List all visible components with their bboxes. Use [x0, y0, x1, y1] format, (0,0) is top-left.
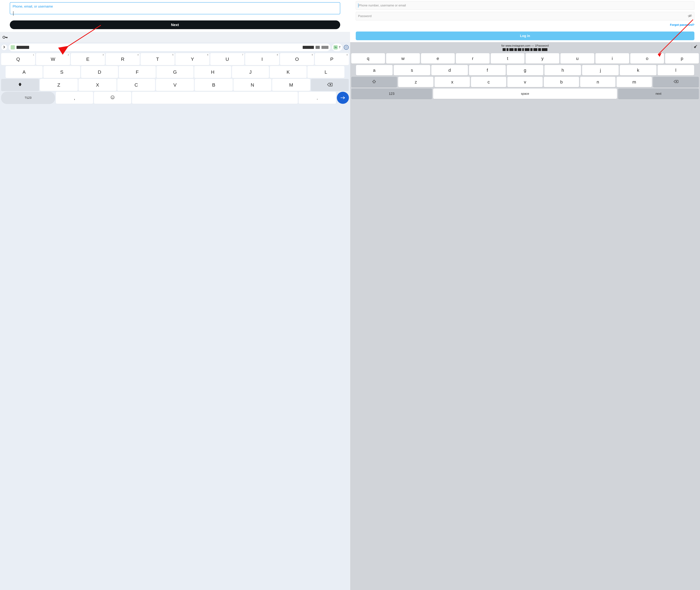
key-r[interactable]: R4	[106, 53, 140, 65]
key-k[interactable]: K	[270, 66, 307, 78]
key-z[interactable]: Z	[40, 79, 78, 91]
key-m[interactable]: M	[272, 79, 310, 91]
enter-key[interactable]	[337, 92, 349, 104]
backspace-icon	[674, 80, 678, 84]
identifier-input[interactable]: Phone, email, or username	[10, 2, 340, 14]
key-m[interactable]: m	[616, 77, 652, 87]
key-a[interactable]: a	[356, 65, 392, 75]
key-u[interactable]: U7	[210, 53, 244, 65]
shift-icon	[18, 82, 22, 88]
key-h[interactable]: H	[194, 66, 231, 78]
key-superscript: 7	[242, 54, 243, 56]
next-key[interactable]: next	[618, 89, 699, 99]
period-key[interactable]: .	[299, 92, 336, 104]
shift-key[interactable]	[351, 77, 397, 87]
autofill-suggestion-bar[interactable]: for www.instagram.com — 1Password	[350, 42, 700, 53]
key-o[interactable]: O9	[280, 53, 314, 65]
key-x[interactable]: x	[435, 77, 470, 87]
svg-point-0	[3, 36, 5, 38]
forgot-password-link[interactable]: Forgot password?	[670, 23, 694, 26]
backspace-key[interactable]	[653, 77, 699, 87]
key-e[interactable]: E3	[71, 53, 105, 65]
key-y[interactable]: Y6	[176, 53, 210, 65]
key-l[interactable]: l	[658, 65, 694, 75]
key-p[interactable]: p	[665, 53, 699, 64]
redacted-text	[322, 46, 329, 49]
key-g[interactable]: G	[156, 66, 194, 78]
key-q[interactable]: Q1	[1, 53, 35, 65]
key-w[interactable]: w	[386, 53, 420, 64]
key-d[interactable]: D	[81, 66, 118, 78]
password-key-icon[interactable]	[3, 35, 8, 39]
toggle-password-visibility-icon[interactable]	[688, 14, 692, 18]
space-key[interactable]	[132, 92, 298, 104]
key-y[interactable]: y	[526, 53, 559, 64]
key-n[interactable]: N	[234, 79, 271, 91]
numbers-key[interactable]: 123	[351, 89, 432, 99]
svg-point-7	[112, 97, 112, 97]
username-input[interactable]: Phone number, username or email	[356, 1, 695, 10]
key-w[interactable]: W2	[36, 53, 70, 65]
key-s[interactable]: S	[43, 66, 80, 78]
key-f[interactable]: F	[119, 66, 156, 78]
autofill-suggestion-1[interactable]	[9, 43, 330, 51]
space-key[interactable]: space	[433, 89, 617, 99]
key-q[interactable]: q	[351, 53, 385, 64]
key-superscript: 0	[347, 54, 348, 56]
key-v[interactable]: v	[507, 77, 543, 87]
text-caret	[358, 3, 358, 8]
expand-suggestions-button[interactable]	[1, 44, 7, 50]
key-l[interactable]: L	[308, 66, 344, 78]
key-h[interactable]: h	[545, 65, 581, 75]
key-k[interactable]: k	[620, 65, 656, 75]
key-c[interactable]: c	[471, 77, 506, 87]
symbols-key[interactable]: ?123	[1, 92, 55, 104]
svg-point-6	[111, 96, 114, 99]
key-u[interactable]: u	[560, 53, 594, 64]
key-p[interactable]: P0	[315, 53, 349, 65]
key-s[interactable]: s	[394, 65, 430, 75]
key-b[interactable]: B	[195, 79, 233, 91]
key-i[interactable]: i	[595, 53, 629, 64]
key-r[interactable]: r	[456, 53, 490, 64]
password-input[interactable]: Password	[356, 12, 695, 20]
key-g[interactable]: g	[507, 65, 543, 75]
keyboard-ios: for www.instagram.com — 1Password qwerty…	[350, 42, 700, 590]
key-d[interactable]: d	[431, 65, 468, 75]
redacted-credential	[502, 48, 548, 51]
key-n[interactable]: n	[580, 77, 615, 87]
emoji-key[interactable]	[94, 92, 131, 104]
arrow-right-icon	[341, 95, 345, 101]
key-j[interactable]: j	[582, 65, 619, 75]
key-i[interactable]: I8	[245, 53, 279, 65]
backspace-key[interactable]	[311, 79, 349, 91]
password-key-row	[0, 32, 350, 42]
next-button[interactable]: Next	[10, 20, 340, 29]
key-f[interactable]: f	[469, 65, 505, 75]
key-v[interactable]: V	[156, 79, 194, 91]
key-t[interactable]: T5	[140, 53, 174, 65]
key-e[interactable]: e	[421, 53, 455, 64]
autofill-suggestion-2[interactable]: Tw T	[332, 43, 342, 51]
key-j[interactable]: J	[232, 66, 269, 78]
key-c[interactable]: C	[117, 79, 155, 91]
keyboard-row-2: asdfghjkl	[351, 65, 699, 75]
key-x[interactable]: X	[79, 79, 116, 91]
backspace-icon	[327, 82, 333, 88]
key-a[interactable]: A	[6, 66, 42, 78]
key-z[interactable]: z	[398, 77, 434, 87]
onepassword-icon[interactable]	[344, 45, 349, 50]
shift-icon	[372, 80, 376, 85]
redacted-text	[16, 46, 29, 49]
key-b[interactable]: b	[544, 77, 579, 87]
shift-key[interactable]	[1, 79, 39, 91]
login-button[interactable]: Log in	[356, 31, 695, 40]
redacted-text	[316, 46, 320, 49]
password-key-icon[interactable]	[694, 45, 697, 49]
key-t[interactable]: t	[491, 53, 524, 64]
svg-rect-2	[7, 37, 7, 38]
key-o[interactable]: o	[630, 53, 664, 64]
redacted-text	[303, 46, 314, 49]
separator	[692, 44, 692, 51]
comma-key[interactable]: ,	[56, 92, 93, 104]
